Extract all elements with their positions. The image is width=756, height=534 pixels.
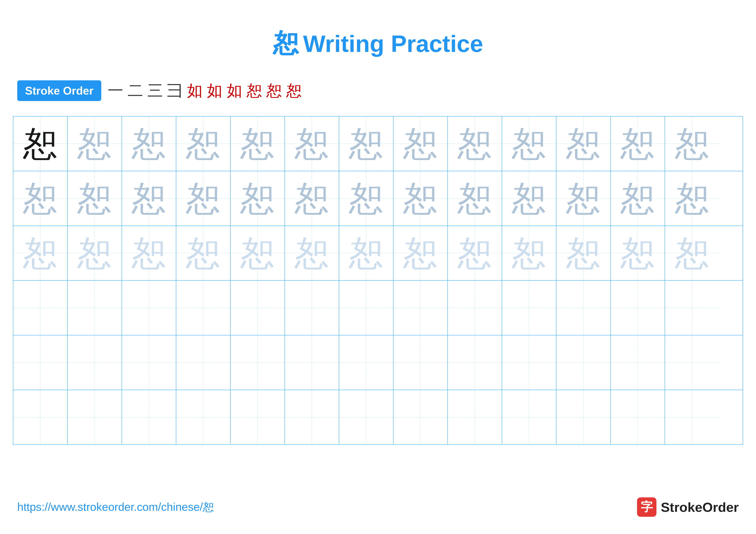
char-light: 恕 <box>132 236 166 270</box>
cell-2-7[interactable]: 恕 <box>339 171 393 225</box>
cell-3-11[interactable]: 恕 <box>556 226 611 280</box>
cell-2-5[interactable]: 恕 <box>230 171 285 225</box>
cell-4-9[interactable] <box>448 281 502 335</box>
cell-6-8[interactable] <box>393 390 448 445</box>
cell-6-9[interactable] <box>448 390 502 445</box>
cell-1-8[interactable]: 恕 <box>393 116 448 171</box>
cell-5-8[interactable] <box>393 335 448 390</box>
char-med: 恕 <box>512 181 546 216</box>
footer: https://www.strokeorder.com/chinese/恕 字 … <box>17 497 739 517</box>
cell-2-11[interactable]: 恕 <box>556 171 611 225</box>
cell-5-12[interactable] <box>611 335 665 390</box>
cell-2-8[interactable]: 恕 <box>393 171 448 225</box>
cell-2-1[interactable]: 恕 <box>14 171 68 225</box>
cell-4-1[interactable] <box>14 281 68 335</box>
cell-2-13[interactable]: 恕 <box>665 171 719 225</box>
char-med: 恕 <box>620 181 655 216</box>
footer-url: https://www.strokeorder.com/chinese/恕 <box>17 499 214 515</box>
cell-4-7[interactable] <box>339 281 393 335</box>
char-med: 恕 <box>620 126 655 161</box>
cell-3-3[interactable]: 恕 <box>122 226 176 280</box>
cell-1-12[interactable]: 恕 <box>611 116 665 171</box>
cell-1-2[interactable]: 恕 <box>68 116 122 171</box>
cell-4-12[interactable] <box>611 281 665 335</box>
grid-row-2: 恕 恕 恕 恕 恕 恕 恕 恕 恕 恕 恕 恕 恕 <box>14 171 742 226</box>
cell-3-9[interactable]: 恕 <box>448 226 502 280</box>
cell-5-3[interactable] <box>122 335 176 390</box>
cell-3-1[interactable]: 恕 <box>14 226 68 280</box>
cell-5-13[interactable] <box>665 335 719 390</box>
char-light: 恕 <box>403 236 438 270</box>
cell-4-3[interactable] <box>122 281 176 335</box>
cell-2-4[interactable]: 恕 <box>176 171 230 225</box>
cell-1-3[interactable]: 恕 <box>122 116 176 171</box>
cell-5-2[interactable] <box>68 335 122 390</box>
cell-1-1[interactable]: 恕 <box>14 116 68 171</box>
cell-6-11[interactable] <box>556 390 611 445</box>
cell-6-10[interactable] <box>502 390 556 445</box>
cell-4-13[interactable] <box>665 281 719 335</box>
cell-2-9[interactable]: 恕 <box>448 171 502 225</box>
cell-3-8[interactable]: 恕 <box>393 226 448 280</box>
char-med: 恕 <box>349 181 383 216</box>
char-light: 恕 <box>240 236 275 270</box>
cell-6-1[interactable] <box>14 390 68 445</box>
cell-1-9[interactable]: 恕 <box>448 116 502 171</box>
cell-4-5[interactable] <box>230 281 285 335</box>
cell-5-4[interactable] <box>176 335 230 390</box>
cell-5-7[interactable] <box>339 335 393 390</box>
cell-1-4[interactable]: 恕 <box>176 116 230 171</box>
char-med: 恕 <box>566 181 601 216</box>
cell-1-5[interactable]: 恕 <box>230 116 285 171</box>
cell-6-4[interactable] <box>176 390 230 445</box>
cell-4-11[interactable] <box>556 281 611 335</box>
cell-2-3[interactable]: 恕 <box>122 171 176 225</box>
cell-5-1[interactable] <box>14 335 68 390</box>
cell-3-13[interactable]: 恕 <box>665 226 719 280</box>
cell-3-2[interactable]: 恕 <box>68 226 122 280</box>
cell-5-10[interactable] <box>502 335 556 390</box>
cell-3-10[interactable]: 恕 <box>502 226 556 280</box>
cell-4-6[interactable] <box>285 281 339 335</box>
cell-6-12[interactable] <box>611 390 665 445</box>
cell-3-4[interactable]: 恕 <box>176 226 230 280</box>
cell-6-6[interactable] <box>285 390 339 445</box>
cell-1-10[interactable]: 恕 <box>502 116 556 171</box>
logo-text: StrokeOrder <box>661 499 739 515</box>
cell-1-13[interactable]: 恕 <box>665 116 719 171</box>
cell-4-4[interactable] <box>176 281 230 335</box>
cell-4-10[interactable] <box>502 281 556 335</box>
cell-3-7[interactable]: 恕 <box>339 226 393 280</box>
cell-4-2[interactable] <box>68 281 122 335</box>
cell-6-5[interactable] <box>230 390 285 445</box>
cell-3-5[interactable]: 恕 <box>230 226 285 280</box>
cell-5-6[interactable] <box>285 335 339 390</box>
cell-2-10[interactable]: 恕 <box>502 171 556 225</box>
title-text: Writing Practice <box>303 30 483 57</box>
char-dark: 恕 <box>23 126 58 161</box>
cell-4-8[interactable] <box>393 281 448 335</box>
cell-5-5[interactable] <box>230 335 285 390</box>
char-light: 恕 <box>295 236 329 270</box>
char-med: 恕 <box>240 126 275 161</box>
cell-2-6[interactable]: 恕 <box>285 171 339 225</box>
cell-6-2[interactable] <box>68 390 122 445</box>
char-med: 恕 <box>132 126 166 161</box>
cell-5-9[interactable] <box>448 335 502 390</box>
char-light: 恕 <box>512 236 546 270</box>
cell-2-12[interactable]: 恕 <box>611 171 665 225</box>
cell-3-6[interactable]: 恕 <box>285 226 339 280</box>
logo-icon-char: 字 <box>641 499 653 515</box>
stroke-order-row: Stroke Order 一 二 三 彐 如 如 如 恕 恕 恕 <box>0 74 756 112</box>
cell-1-11[interactable]: 恕 <box>556 116 611 171</box>
cell-2-2[interactable]: 恕 <box>68 171 122 225</box>
cell-3-12[interactable]: 恕 <box>611 226 665 280</box>
cell-1-6[interactable]: 恕 <box>285 116 339 171</box>
cell-6-3[interactable] <box>122 390 176 445</box>
stroke-4: 彐 <box>167 80 183 101</box>
cell-6-7[interactable] <box>339 390 393 445</box>
cell-6-13[interactable] <box>665 390 719 445</box>
cell-5-11[interactable] <box>556 335 611 390</box>
char-med: 恕 <box>77 126 112 161</box>
cell-1-7[interactable]: 恕 <box>339 116 393 171</box>
